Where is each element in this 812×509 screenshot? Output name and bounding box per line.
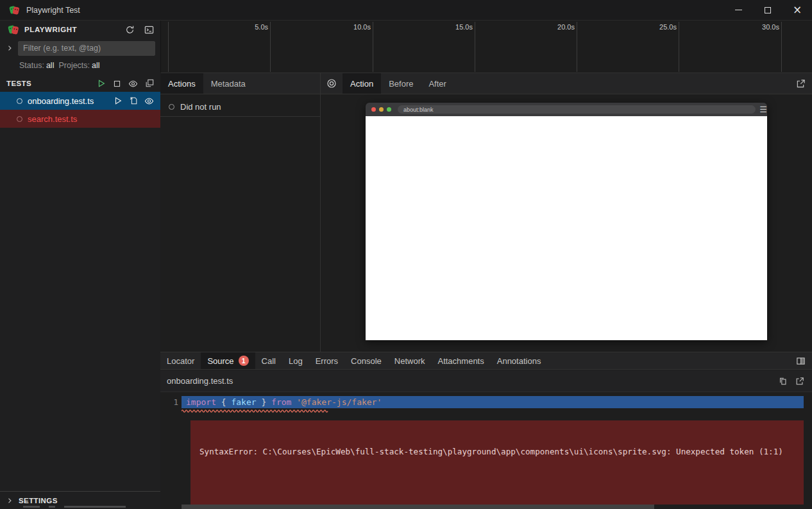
tab-annotations[interactable]: Annotations: [491, 352, 548, 369]
snapshot-browser: about:blank ☰: [366, 103, 767, 340]
timeline-gridline: [781, 22, 782, 72]
actions-panel: Actions Metadata Did not run: [160, 73, 321, 352]
tab-actions[interactable]: Actions: [160, 73, 203, 94]
horizontal-scrollbar[interactable]: [160, 505, 812, 509]
traffic-light-yellow-icon: [379, 107, 384, 112]
tab-log[interactable]: Log: [282, 352, 309, 369]
open-snapshot-button[interactable]: [796, 79, 806, 89]
tab-label: Call: [262, 356, 276, 366]
clipped-settings-row: [23, 506, 126, 508]
test-name: onboarding.test.ts: [28, 96, 94, 106]
run-test-button[interactable]: [114, 96, 123, 106]
tab-errors[interactable]: Errors: [309, 352, 344, 369]
timeline-tick: 5.0s: [230, 23, 268, 31]
filter-input[interactable]: [18, 41, 155, 56]
play-icon: [114, 96, 123, 105]
title-bar: Playwright Test ×: [0, 0, 812, 21]
watch-test-button[interactable]: [144, 96, 154, 106]
watch-all-button[interactable]: [128, 79, 138, 89]
timeline-gridline: [577, 22, 577, 72]
refresh-icon: [125, 25, 135, 35]
menu-icon: ☰: [759, 105, 767, 114]
playwright-trace-window: Playwright Test × PLAYWRIGHT: [0, 0, 812, 509]
chevron-right-icon[interactable]: [6, 44, 13, 52]
tab-label: Source: [207, 356, 233, 366]
projects-label: Projects:: [58, 61, 90, 70]
playwright-masks-icon: [8, 24, 19, 35]
snapshot-panel: Action Before After about:blank ☰: [321, 73, 812, 352]
status-circle-icon: [17, 98, 22, 104]
status-label: Status:: [19, 61, 44, 70]
tab-network[interactable]: Network: [388, 352, 432, 369]
tab-after[interactable]: After: [421, 73, 453, 94]
eye-icon: [128, 79, 138, 89]
chevron-right-icon: [6, 497, 13, 505]
timeline-gridline: [168, 22, 169, 72]
syntax-error-box: SyntaxError: C:\Courses\EpicWeb\full-sta…: [190, 420, 804, 509]
window-title: Playwright Test: [26, 6, 80, 15]
tab-label: After: [428, 79, 446, 89]
maximize-icon: [765, 7, 771, 13]
traffic-light-green-icon: [387, 107, 391, 112]
external-link-icon: [795, 377, 804, 386]
tab-label: Before: [389, 79, 413, 89]
tab-label: Attachments: [437, 356, 484, 366]
status-circle-icon: [17, 116, 22, 122]
tab-label: Errors: [316, 356, 338, 366]
tab-source[interactable]: Source 1: [201, 352, 255, 369]
test-item-search[interactable]: search.test.ts: [0, 110, 160, 128]
collapse-all-button[interactable]: [145, 79, 154, 88]
window-controls: ×: [723, 0, 812, 21]
snapshot-toolbar: Action Before After: [321, 73, 812, 94]
collapse-all-icon: [145, 79, 154, 88]
run-all-button[interactable]: [97, 79, 106, 88]
tab-before[interactable]: Before: [381, 73, 421, 94]
split-view-button[interactable]: [796, 356, 806, 366]
maximize-button[interactable]: [753, 0, 782, 21]
minimize-button[interactable]: [723, 0, 753, 21]
tab-console[interactable]: Console: [344, 352, 388, 369]
show-terminal-button[interactable]: [142, 23, 155, 36]
address-url: about:blank: [403, 107, 434, 113]
show-source-button[interactable]: [129, 96, 138, 106]
tab-label: Metadata: [211, 79, 246, 89]
pick-locator-button[interactable]: [321, 73, 343, 94]
source-file-header: onboarding.test.ts: [160, 370, 812, 392]
minimize-icon: [735, 10, 742, 10]
sidebar: PLAYWRIGHT Status:: [0, 21, 160, 509]
projects-value: all: [92, 61, 100, 70]
test-name: search.test.ts: [28, 114, 77, 124]
tab-attachments[interactable]: Attachments: [431, 352, 490, 369]
tab-label: Locator: [167, 356, 194, 366]
stop-button[interactable]: [113, 80, 121, 88]
close-icon: ×: [793, 4, 802, 15]
scrollbar-thumb[interactable]: [182, 505, 654, 509]
actions-tab-strip: Actions Metadata: [160, 73, 320, 94]
did-not-run-row: Did not run: [160, 98, 320, 117]
external-link-icon: [796, 79, 806, 89]
source-error-badge: 1: [239, 356, 249, 366]
playwright-logo-icon: [9, 4, 20, 15]
reload-tests-button[interactable]: [123, 23, 136, 36]
open-in-editor-button[interactable]: [795, 377, 804, 386]
tab-action[interactable]: Action: [343, 73, 381, 94]
timeline-gridline: [679, 22, 679, 72]
copy-icon: [779, 377, 788, 386]
tests-title: TESTS: [6, 80, 31, 87]
traffic-light-red-icon: [371, 107, 376, 112]
filter-status-line: Status: all Projects: all: [0, 59, 160, 72]
settings-title: SETTINGS: [19, 497, 58, 505]
close-button[interactable]: ×: [782, 0, 812, 21]
tab-locator[interactable]: Locator: [160, 352, 201, 369]
timeline[interactable]: 5.0s 10.0s 15.0s 20.0s 25.0s 30.0s: [160, 21, 812, 73]
tab-metadata[interactable]: Metadata: [203, 73, 253, 94]
did-not-run-label: Did not run: [180, 102, 221, 112]
tab-call[interactable]: Call: [255, 352, 282, 369]
test-item-onboarding[interactable]: onboarding.test.ts: [0, 92, 160, 110]
copy-path-button[interactable]: [779, 377, 788, 386]
source-filename: onboarding.test.ts: [167, 376, 233, 386]
timeline-tick: 15.0s: [434, 23, 473, 31]
timeline-tick: 20.0s: [536, 23, 575, 31]
details-tab-strip: Locator Source 1 Call Log Errors Console…: [160, 352, 812, 370]
timeline-gridline: [475, 22, 475, 72]
